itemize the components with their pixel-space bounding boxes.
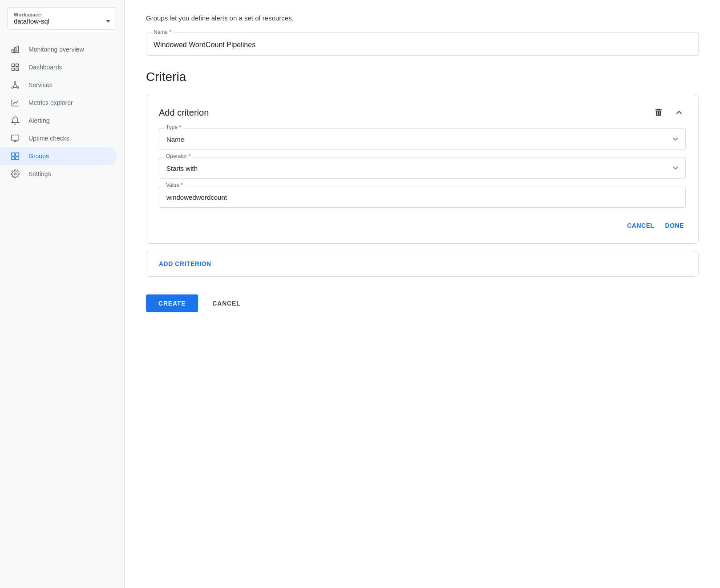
type-field: Type * Name Tag Region Project bbox=[159, 128, 686, 150]
value-field: Value * bbox=[159, 186, 686, 208]
chevron-up-icon bbox=[674, 108, 684, 117]
svg-rect-2 bbox=[17, 46, 18, 53]
trash-icon bbox=[654, 108, 663, 117]
name-floating-label: Name * bbox=[152, 29, 173, 35]
type-floating-label: Type * bbox=[164, 124, 183, 130]
criterion-footer: CANCEL DONE bbox=[159, 215, 686, 233]
svg-rect-1 bbox=[14, 48, 16, 53]
svg-rect-4 bbox=[12, 64, 15, 67]
name-input[interactable] bbox=[154, 33, 691, 55]
sidebar-item-uptime-checks[interactable]: Uptime checks bbox=[0, 129, 117, 147]
workspace-selector[interactable]: Workspace dataflow-sql bbox=[7, 7, 117, 30]
collapse-criterion-button[interactable] bbox=[672, 106, 686, 119]
svg-point-8 bbox=[14, 82, 16, 83]
svg-rect-7 bbox=[16, 68, 19, 71]
criterion-done-button[interactable]: DONE bbox=[663, 218, 686, 233]
value-input[interactable] bbox=[159, 186, 686, 208]
svg-rect-16 bbox=[12, 135, 19, 141]
chart-bar-icon bbox=[11, 45, 20, 54]
sidebar-item-label-uptime: Uptime checks bbox=[28, 135, 106, 142]
svg-rect-22 bbox=[16, 157, 19, 160]
sidebar-item-monitoring-overview[interactable]: Monitoring overview bbox=[0, 40, 117, 58]
action-footer: CREATE CANCEL bbox=[146, 294, 699, 312]
sidebar-item-label-dashboards: Dashboards bbox=[28, 64, 106, 71]
operator-floating-label: Operator * bbox=[164, 153, 192, 159]
name-section: Name * bbox=[146, 32, 699, 56]
svg-rect-21 bbox=[12, 157, 15, 160]
svg-rect-0 bbox=[12, 49, 13, 53]
delete-criterion-button[interactable] bbox=[652, 106, 665, 119]
sidebar-item-services[interactable]: Services bbox=[0, 76, 117, 94]
intro-text: Groups let you define alerts on a set of… bbox=[146, 14, 699, 22]
create-button[interactable]: CREATE bbox=[146, 294, 198, 312]
add-criterion-button[interactable]: ADD CRITERION bbox=[146, 251, 699, 277]
operator-select[interactable]: Starts with Ends with Contains Equals No… bbox=[159, 157, 686, 179]
name-field-container: Name * bbox=[146, 32, 699, 56]
svg-point-23 bbox=[14, 173, 16, 175]
cancel-button[interactable]: CANCEL bbox=[205, 294, 247, 312]
sidebar-item-label-monitoring: Monitoring overview bbox=[28, 46, 106, 53]
sidebar-item-label-metrics: Metrics explorer bbox=[28, 99, 106, 106]
criteria-heading: Criteria bbox=[146, 70, 699, 84]
svg-point-10 bbox=[17, 87, 18, 88]
workspace-chevron-icon bbox=[106, 20, 110, 23]
sidebar-item-label-settings: Settings bbox=[28, 170, 106, 177]
workspace-value: dataflow-sql bbox=[14, 17, 49, 25]
criterion-header: Add criterion bbox=[159, 106, 686, 119]
bell-icon bbox=[11, 116, 20, 125]
node-icon bbox=[11, 81, 20, 89]
sidebar: Workspace dataflow-sql Monitoring overvi… bbox=[0, 0, 125, 588]
sidebar-item-label-alerting: Alerting bbox=[28, 117, 106, 124]
criterion-title: Add criterion bbox=[159, 108, 209, 118]
workspace-label: Workspace bbox=[14, 12, 110, 17]
sidebar-item-settings[interactable]: Settings bbox=[0, 165, 117, 183]
criterion-cancel-button[interactable]: CANCEL bbox=[625, 218, 656, 233]
criterion-actions bbox=[652, 106, 686, 119]
svg-line-11 bbox=[13, 83, 15, 87]
bar-chart-icon bbox=[11, 98, 20, 107]
groups-icon bbox=[11, 152, 20, 161]
criterion-card: Add criterion Type * Name Tag bbox=[146, 95, 699, 244]
operator-field: Operator * Starts with Ends with Contain… bbox=[159, 157, 686, 179]
value-floating-label: Value * bbox=[164, 182, 185, 188]
sidebar-item-label-services: Services bbox=[28, 81, 106, 89]
svg-point-9 bbox=[12, 87, 13, 88]
sidebar-item-alerting[interactable]: Alerting bbox=[0, 112, 117, 129]
main-content: Groups let you define alerts on a set of… bbox=[125, 0, 720, 588]
nav-list: Monitoring overview Dashboards bbox=[0, 40, 124, 183]
sidebar-item-metrics-explorer[interactable]: Metrics explorer bbox=[0, 94, 117, 112]
gear-icon bbox=[11, 169, 20, 178]
sidebar-item-dashboards[interactable]: Dashboards bbox=[0, 58, 117, 76]
monitor-icon bbox=[11, 134, 20, 143]
sidebar-item-groups[interactable]: Groups bbox=[0, 147, 117, 165]
svg-line-12 bbox=[15, 83, 17, 87]
svg-rect-19 bbox=[12, 153, 15, 157]
type-select[interactable]: Name Tag Region Project bbox=[159, 128, 686, 150]
svg-rect-5 bbox=[16, 64, 19, 67]
sidebar-item-label-groups: Groups bbox=[28, 153, 106, 160]
svg-rect-6 bbox=[12, 68, 15, 71]
svg-rect-20 bbox=[16, 153, 19, 157]
grid-icon bbox=[11, 63, 20, 72]
